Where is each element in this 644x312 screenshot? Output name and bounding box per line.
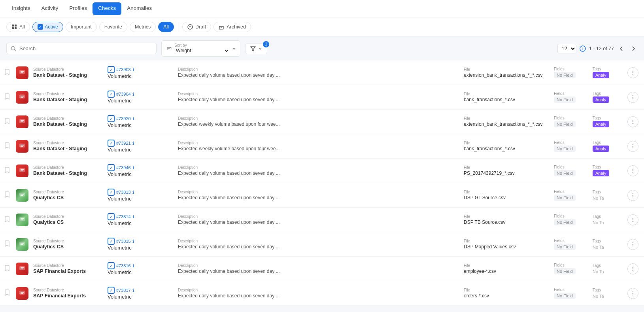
row-action-button[interactable] — [627, 190, 638, 201]
check-checkbox-icon[interactable]: ✓ — [108, 140, 115, 147]
filter-draft[interactable]: Draft — [182, 22, 211, 32]
sort-dropdown[interactable]: Sort by Weight Date Created Name — [161, 40, 240, 57]
check-checkbox-icon[interactable]: ✓ — [108, 164, 115, 171]
row-action-button[interactable] — [627, 288, 638, 299]
prev-page-button[interactable] — [617, 44, 626, 53]
info-icon[interactable]: ℹ — [132, 214, 134, 219]
table-row[interactable]: Source Datastore Qualytics CS ✓ #73813 ℹ… — [0, 183, 644, 208]
bookmark-icon[interactable] — [5, 142, 13, 150]
bookmark-icon[interactable] — [5, 118, 13, 125]
bookmark-icon[interactable] — [5, 167, 13, 174]
table-row[interactable]: Source Datastore Qualytics CS ✓ #73815 ℹ… — [0, 232, 644, 257]
no-field-badge: No Field — [554, 121, 576, 127]
file-label: File — [464, 116, 551, 121]
filter-icon — [250, 46, 256, 51]
check-number: ✓ #73816 ℹ — [108, 262, 175, 269]
source-datastore-label: Source Datastore — [33, 288, 104, 292]
row-action-button[interactable] — [627, 214, 638, 225]
svg-rect-70 — [19, 291, 25, 295]
info-icon[interactable]: ℹ — [132, 67, 134, 72]
nav-activity[interactable]: Activity — [36, 0, 64, 17]
bookmark-icon[interactable] — [5, 191, 13, 199]
nav-insights[interactable]: Insights — [6, 0, 36, 17]
table-row[interactable]: Source Datastore Bank Dataset - Staging … — [0, 61, 644, 85]
check-checkbox-icon[interactable]: ✓ — [108, 115, 115, 122]
info-icon[interactable]: ℹ — [132, 288, 134, 293]
next-page-button[interactable] — [629, 44, 638, 53]
check-checkbox-icon[interactable]: ✓ — [108, 189, 115, 196]
search-input[interactable] — [19, 45, 152, 51]
page-size-select[interactable]: 12 25 50 — [557, 44, 576, 53]
check-checkbox-icon[interactable]: ✓ — [108, 262, 115, 269]
table-row[interactable]: Source Datastore SAP Financial Exports ✓… — [0, 257, 644, 281]
check-checkbox-icon[interactable]: ✓ — [108, 66, 115, 73]
filter-all[interactable]: All — [6, 22, 30, 32]
source-col: Source Datastore SAP Financial Exports — [33, 288, 104, 299]
search-box[interactable] — [6, 43, 157, 54]
info-icon[interactable]: ℹ — [132, 263, 134, 269]
row-action-button[interactable] — [627, 92, 638, 103]
info-icon[interactable]: ℹ — [132, 141, 134, 146]
bookmark-icon[interactable] — [5, 240, 13, 248]
row-action-button[interactable] — [627, 141, 638, 152]
check-number: ✓ #73920 ℹ — [108, 115, 175, 122]
filter-favorite[interactable]: Favorite — [99, 22, 127, 32]
info-icon[interactable]: ℹ — [132, 190, 134, 195]
row-action-button[interactable] — [627, 239, 638, 250]
check-col: ✓ #73920 ℹ Volumetric — [108, 115, 175, 128]
fields-col: Fields No Field — [554, 91, 589, 103]
row-action-button[interactable] — [627, 67, 638, 78]
table-row[interactable]: Source Datastore Bank Dataset - Staging … — [0, 110, 644, 134]
filter-all-badge[interactable]: All — [158, 22, 174, 32]
source-name: Bank Dataset - Staging — [33, 97, 104, 102]
filter-metrics[interactable]: Metrics — [130, 22, 156, 32]
info-icon[interactable]: ℹ — [132, 116, 134, 121]
nav-checks[interactable]: Checks — [93, 2, 121, 15]
source-col: Source Datastore Qualytics CS — [33, 239, 104, 250]
svg-point-68 — [633, 268, 633, 269]
nav-anomalies[interactable]: Anomalies — [121, 0, 157, 17]
table-row[interactable]: Source Datastore Bank Dataset - Staging … — [0, 159, 644, 183]
bookmark-icon[interactable] — [5, 216, 13, 223]
tag-badge: Analy — [593, 72, 609, 78]
source-name: Bank Dataset - Staging — [33, 146, 104, 151]
row-action-button[interactable] — [627, 116, 638, 127]
info-icon[interactable]: ℹ — [132, 92, 134, 97]
no-field-badge: No Field — [554, 195, 576, 201]
description-col: Description Expected daily volume based … — [178, 67, 461, 78]
filter-button[interactable]: 1 — [245, 43, 267, 54]
filter-important[interactable]: Important — [66, 22, 97, 32]
svg-point-37 — [633, 144, 633, 145]
datasource-icon — [16, 287, 28, 300]
table-row[interactable]: Source Datastore SAP Financial Exports ✓… — [0, 281, 644, 306]
info-icon[interactable]: ℹ — [132, 165, 134, 170]
svg-rect-46 — [19, 193, 25, 197]
filter-active[interactable]: ✓ Active — [32, 22, 63, 32]
check-checkbox-icon[interactable]: ✓ — [108, 238, 115, 245]
check-checkbox-icon[interactable]: ✓ — [108, 213, 115, 220]
info-icon[interactable]: ℹ — [132, 239, 134, 244]
file-col: File employee-*.csv — [464, 263, 551, 274]
filter-archived[interactable]: Archived — [213, 22, 251, 32]
svg-point-26 — [633, 96, 633, 97]
toolbar: Sort by Weight Date Created Name 1 12 25… — [0, 36, 644, 61]
file-col: File DSP TB Source.csv — [464, 214, 551, 225]
table-row[interactable]: Source Datastore Qualytics CS ✓ #73814 ℹ… — [0, 208, 644, 232]
sort-select[interactable]: Weight Date Created Name — [174, 47, 230, 54]
file-name: bank_transactions_*.csv — [464, 97, 551, 102]
datasource-icon — [16, 66, 28, 79]
nav-profiles[interactable]: Profiles — [64, 0, 93, 17]
bookmark-icon[interactable] — [5, 93, 13, 101]
bookmark-icon[interactable] — [5, 265, 13, 272]
svg-point-38 — [633, 146, 633, 146]
description-label: Description — [178, 67, 461, 72]
table-row[interactable]: Source Datastore Bank Dataset - Staging … — [0, 85, 644, 110]
row-action-button[interactable] — [627, 165, 638, 176]
table-row[interactable]: Source Datastore Bank Dataset - Staging … — [0, 134, 644, 159]
description-label: Description — [178, 288, 461, 292]
check-checkbox-icon[interactable]: ✓ — [108, 91, 115, 98]
bookmark-icon[interactable] — [5, 289, 13, 297]
bookmark-icon[interactable] — [5, 69, 13, 76]
row-action-button[interactable] — [627, 263, 638, 274]
check-checkbox-icon[interactable]: ✓ — [108, 287, 115, 294]
